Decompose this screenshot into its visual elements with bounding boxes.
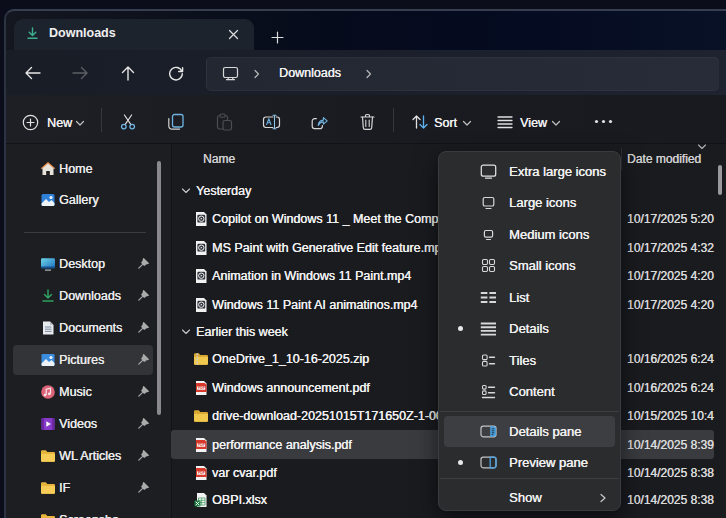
svg-text:PDF: PDF (198, 471, 205, 475)
svg-text:PDF: PDF (198, 443, 205, 447)
svg-text:PDF: PDF (198, 386, 205, 390)
